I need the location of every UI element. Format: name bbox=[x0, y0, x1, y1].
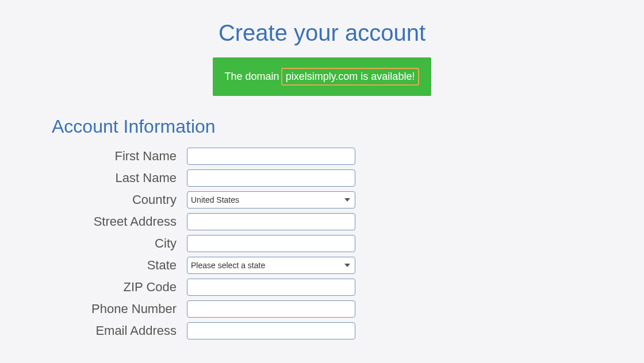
label-email-address: Email Address bbox=[52, 323, 187, 338]
label-phone-number: Phone Number bbox=[52, 302, 187, 316]
street-address-input[interactable] bbox=[187, 213, 355, 230]
label-zip-code: ZIP Code bbox=[52, 280, 187, 295]
page-title: Create your account bbox=[0, 20, 644, 46]
zip-code-input[interactable] bbox=[187, 279, 355, 296]
label-country: Country bbox=[52, 192, 187, 207]
form-row-email-address: Email Address bbox=[52, 322, 644, 339]
domain-availability-banner: The domain pixelsimply.com is available! bbox=[213, 57, 431, 96]
form-row-country: Country United States bbox=[52, 191, 644, 208]
account-information-form: First Name Last Name Country United Stat… bbox=[0, 148, 644, 339]
label-state: State bbox=[52, 258, 187, 273]
banner-prefix: The domain bbox=[225, 71, 279, 82]
email-address-input[interactable] bbox=[187, 322, 355, 339]
state-select[interactable]: Please select a state bbox=[187, 257, 355, 274]
first-name-input[interactable] bbox=[187, 148, 355, 165]
form-row-phone-number: Phone Number bbox=[52, 300, 644, 318]
label-city: City bbox=[52, 236, 187, 251]
form-row-city: City bbox=[52, 235, 644, 252]
label-street-address: Street Address bbox=[52, 214, 187, 229]
form-row-street-address: Street Address bbox=[52, 213, 644, 230]
banner-highlighted-domain: pixelsimply.com is available! bbox=[281, 68, 420, 86]
form-row-state: State Please select a state bbox=[52, 257, 644, 274]
form-row-last-name: Last Name bbox=[52, 169, 644, 187]
last-name-input[interactable] bbox=[187, 169, 355, 187]
city-input[interactable] bbox=[187, 235, 355, 252]
section-title-account-information: Account Information bbox=[52, 116, 644, 137]
label-last-name: Last Name bbox=[52, 171, 187, 186]
form-row-zip-code: ZIP Code bbox=[52, 279, 644, 296]
label-first-name: First Name bbox=[52, 149, 187, 164]
country-select[interactable]: United States bbox=[187, 191, 355, 208]
phone-number-input[interactable] bbox=[187, 300, 355, 318]
form-row-first-name: First Name bbox=[52, 148, 644, 165]
